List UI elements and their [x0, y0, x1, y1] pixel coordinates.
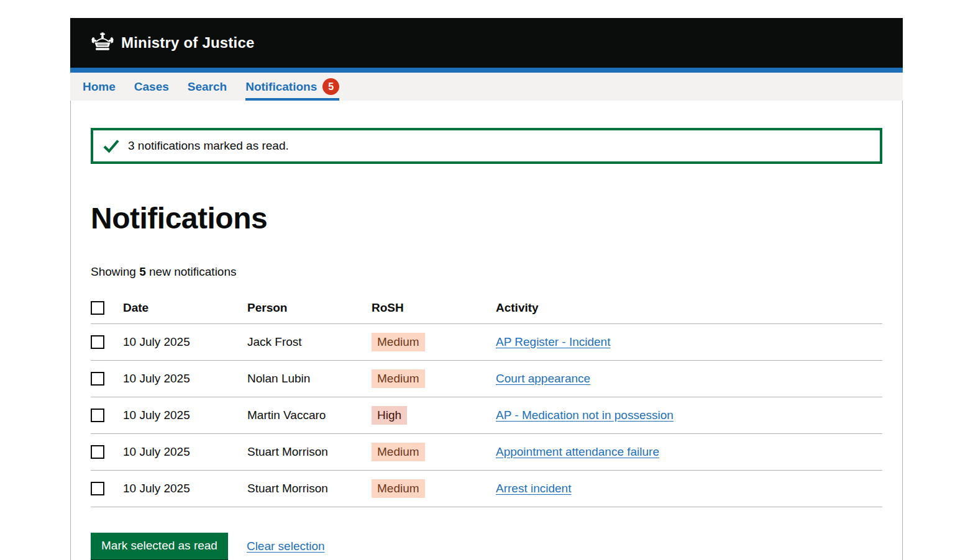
rosh-badge: Medium	[372, 369, 425, 388]
success-banner: 3 notifications marked as read.	[91, 128, 882, 164]
nav-item-home[interactable]: Home	[83, 73, 116, 101]
app-container: Ministry of Justice Home Cases Search No…	[70, 18, 903, 560]
primary-nav: Home Cases Search Notifications 5	[70, 73, 903, 101]
nav-item-search[interactable]: Search	[188, 73, 227, 101]
row-checkbox[interactable]	[91, 445, 104, 459]
row-checkbox[interactable]	[91, 335, 104, 349]
select-all-checkbox[interactable]	[91, 301, 104, 315]
activity-link[interactable]: Appointment attendance failure	[496, 445, 659, 458]
activity-link[interactable]: Arrest incident	[496, 482, 571, 495]
showing-count: 5	[139, 265, 146, 278]
clear-selection-link[interactable]: Clear selection	[247, 540, 325, 553]
activity-link[interactable]: AP - Medication not in possession	[496, 409, 674, 422]
cell-person: Martin Vaccaro	[247, 397, 372, 434]
rosh-badge: High	[372, 406, 407, 425]
royal-coat-of-arms-icon	[90, 32, 115, 53]
table-row: 10 July 2025 Martin Vaccaro High AP - Me…	[91, 397, 882, 434]
cell-date: 10 July 2025	[123, 361, 247, 397]
showing-summary: Showing 5 new notifications	[91, 265, 882, 279]
rosh-badge: Medium	[372, 443, 425, 461]
table-row: 10 July 2025 Stuart Morrison Medium Appo…	[91, 434, 882, 471]
notifications-table: Date Person RoSH Activity 10 July 2025 J…	[91, 292, 882, 507]
showing-prefix: Showing	[91, 265, 136, 278]
checkmark-icon	[103, 138, 120, 153]
cell-person: Jack Frost	[247, 324, 372, 361]
rosh-badge: Medium	[372, 479, 425, 498]
table-header-row: Date Person RoSH Activity	[91, 292, 882, 324]
cell-person: Stuart Morrison	[247, 471, 372, 507]
column-header-date: Date	[123, 292, 247, 324]
notifications-count-badge: 5	[322, 78, 339, 95]
row-checkbox[interactable]	[91, 482, 104, 495]
govuk-header: Ministry of Justice	[70, 18, 903, 68]
column-header-rosh: RoSH	[372, 292, 496, 324]
cell-person: Nolan Lubin	[247, 361, 372, 397]
table-row: 10 July 2025 Stuart Morrison Medium Arre…	[91, 471, 882, 507]
cell-person: Stuart Morrison	[247, 434, 372, 471]
showing-suffix: new notifications	[149, 265, 236, 278]
cell-date: 10 July 2025	[123, 434, 247, 471]
activity-link[interactable]: Court appearance	[496, 372, 590, 385]
cell-date: 10 July 2025	[123, 397, 247, 434]
success-banner-message: 3 notifications marked as read.	[128, 139, 289, 153]
rosh-badge: Medium	[372, 333, 425, 351]
nav-item-label: Home	[83, 80, 116, 94]
main-content: 3 notifications marked as read. Notifica…	[70, 101, 903, 560]
nav-item-notifications[interactable]: Notifications 5	[245, 73, 339, 101]
screenshot-viewport: Ministry of Justice Home Cases Search No…	[0, 0, 973, 560]
header-logo: Ministry of Justice	[90, 32, 255, 53]
activity-link[interactable]: AP Register - Incident	[496, 335, 610, 348]
header-blue-stripe	[70, 68, 903, 73]
column-header-person: Person	[247, 292, 372, 324]
cell-date: 10 July 2025	[123, 471, 247, 507]
nav-item-label: Notifications	[245, 80, 317, 94]
org-name: Ministry of Justice	[121, 34, 255, 52]
column-header-activity: Activity	[496, 292, 882, 324]
nav-item-label: Search	[188, 80, 227, 94]
cell-date: 10 July 2025	[123, 324, 247, 361]
nav-item-cases[interactable]: Cases	[134, 73, 169, 101]
row-checkbox[interactable]	[91, 372, 104, 386]
mark-selected-as-read-button[interactable]: Mark selected as read	[91, 533, 228, 559]
row-checkbox[interactable]	[91, 409, 104, 422]
table-row: 10 July 2025 Nolan Lubin Medium Court ap…	[91, 361, 882, 397]
nav-item-label: Cases	[134, 80, 169, 94]
page-title: Notifications	[91, 201, 882, 235]
table-row: 10 July 2025 Jack Frost Medium AP Regist…	[91, 324, 882, 361]
actions-row: Mark selected as read Clear selection	[91, 533, 882, 559]
